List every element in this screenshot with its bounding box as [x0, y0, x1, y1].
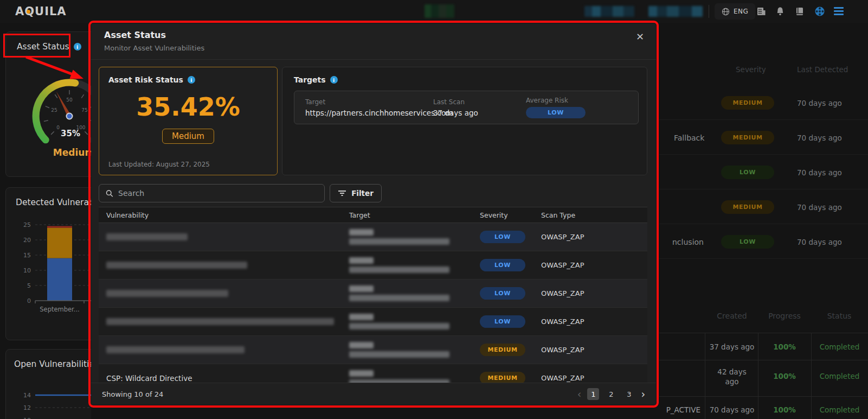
- detected-vulnerabilities-title: Detected Vulnerabilities: [16, 198, 91, 207]
- filter-button[interactable]: Filter: [330, 184, 382, 202]
- bg-scan-progress: 100%: [758, 372, 811, 380]
- scan-type: OWASP_ZAP: [541, 289, 647, 297]
- table-row[interactable]: LOW OWASP_ZAP: [99, 223, 647, 251]
- open-vulnerabilities-card: Open Vulnerabilities 14 12 10: [5, 349, 91, 419]
- asset-status-card: Asset Status i 0 2: [5, 31, 91, 177]
- bg-scan-created: 70 days ago: [706, 405, 757, 414]
- organization-icon[interactable]: [756, 7, 766, 16]
- bg-scan-name-fragment: P_ACTIVE: [659, 405, 700, 414]
- redacted-target: [349, 257, 374, 264]
- bar-ytick: 10: [23, 267, 31, 274]
- bg-severity-badge: MEDIUM: [721, 131, 774, 144]
- bg-last-detected: 70 days ago: [797, 203, 842, 212]
- redacted-nav-text-1: [584, 6, 634, 17]
- redacted-target: [349, 342, 374, 348]
- modal-header-divider: [91, 59, 656, 60]
- vulnerability-name: CSP: Wildcard Directive: [99, 374, 349, 383]
- table-row[interactable]: MEDIUM OWASP_ZAP: [99, 336, 647, 364]
- chevron-left-icon[interactable]: ‹: [577, 389, 582, 399]
- gauge-tick-25: 25: [51, 107, 57, 113]
- severity-badge: MEDIUM: [480, 372, 525, 383]
- app-logo[interactable]: AQUILA: [15, 5, 67, 18]
- menu-hamburger-icon[interactable]: [834, 7, 844, 17]
- bg-col-last-detected: Last Detected: [797, 65, 848, 74]
- support-reel-icon[interactable]: [814, 6, 825, 17]
- risk-last-updated: Last Updated: August 27, 2025: [108, 161, 210, 168]
- col-scan-type: Scan Type: [541, 211, 647, 219]
- search-input[interactable]: [118, 189, 318, 198]
- language-label: ENG: [734, 8, 748, 15]
- info-icon[interactable]: i: [188, 76, 195, 84]
- bg-severity-badge: LOW: [721, 166, 774, 179]
- bar-xlabel-1: September...: [40, 306, 79, 313]
- redacted-target: [349, 285, 374, 292]
- severity-badge: LOW: [480, 231, 525, 243]
- redacted-target: [349, 238, 449, 245]
- page-button-1[interactable]: 1: [587, 388, 599, 400]
- bg-last-detected: 70 days ago: [797, 168, 842, 177]
- redacted-target: [349, 314, 374, 320]
- bg-scan-progress: 100%: [758, 342, 811, 351]
- col-target: Target: [349, 211, 475, 219]
- scan-type: OWASP_ZAP: [541, 318, 647, 326]
- bg-scan-status: Completed: [811, 372, 868, 380]
- chevron-right-icon[interactable]: ›: [641, 389, 645, 399]
- bg-vuln-name-fragment: nclusion: [672, 238, 704, 246]
- severity-badge: LOW: [480, 287, 525, 300]
- bg-severity-badge: LOW: [721, 235, 774, 249]
- bg-col-severity: Severity: [736, 65, 766, 74]
- nav-divider: [709, 5, 709, 18]
- page-button-2[interactable]: 2: [605, 388, 617, 400]
- docs-book-icon[interactable]: [795, 7, 805, 16]
- bar-segment-medium: [47, 228, 72, 258]
- table-row[interactable]: LOW OWASP_ZAP: [99, 308, 647, 336]
- bg-severity-badge: MEDIUM: [721, 96, 774, 110]
- open-vulnerabilities-title: Open Vulnerabilities: [14, 359, 91, 369]
- close-icon[interactable]: ✕: [636, 31, 644, 42]
- risk-percentage: 35.42%: [99, 92, 277, 122]
- redacted-vulnerability: [106, 233, 188, 240]
- navbar: AQUILA ENG: [0, 0, 868, 23]
- page-button-3[interactable]: 3: [623, 388, 635, 400]
- dashboard-left-column: Asset Status i 0 2: [0, 23, 91, 419]
- targets-card-title: Targets i: [294, 75, 338, 84]
- target-url: https://partners.cinchhomeservices.com: [305, 109, 433, 117]
- logo-q-dot: [27, 10, 30, 14]
- table-row[interactable]: LOW OWASP_ZAP: [99, 251, 647, 280]
- table-row-clipped[interactable]: CSP: Wildcard Directive MEDIUM OWASP_ZAP: [99, 364, 647, 383]
- risk-card-title: Asset Risk Status i: [108, 75, 195, 84]
- target-col-label: Target: [305, 98, 433, 106]
- bg-scan-status: Completed: [811, 405, 868, 414]
- redacted-target: [349, 229, 374, 236]
- last-scan-value: 37 days ago: [433, 109, 526, 117]
- bg-scan-progress: 100%: [758, 405, 811, 414]
- filter-label: Filter: [351, 189, 374, 198]
- gauge-value-label: 35%: [61, 129, 80, 138]
- table-footer: Showing 10 of 24 ‹ 1 2 3 ›: [91, 383, 656, 405]
- scan-type: OWASP_ZAP: [541, 261, 647, 269]
- table-row[interactable]: LOW OWASP_ZAP: [99, 280, 647, 308]
- bg-last-detected: 70 days ago: [797, 134, 842, 142]
- info-icon[interactable]: i: [330, 76, 338, 84]
- redacted-vulnerability: [106, 290, 228, 297]
- bar-ytick: 0: [27, 297, 31, 304]
- gauge-tick-50: 50: [66, 97, 73, 103]
- severity-badge: MEDIUM: [480, 344, 525, 356]
- scan-type: OWASP_ZAP: [541, 374, 647, 382]
- bg-last-detected: 70 days ago: [797, 99, 842, 107]
- language-selector[interactable]: ENG: [715, 3, 755, 20]
- bg-col-progress: Progress: [760, 312, 809, 320]
- bar-ytick: 5: [27, 282, 31, 289]
- bar-segment-high: [47, 226, 72, 228]
- globe-icon: [722, 8, 730, 16]
- detected-vulnerabilities-bar-chart: 25 20 15 10 5 0 September... September..…: [11, 215, 91, 323]
- filter-icon: [338, 189, 346, 197]
- gauge-tick-75: 75: [81, 107, 87, 113]
- severity-badge: LOW: [480, 259, 525, 271]
- scan-type: OWASP_ZAP: [541, 233, 647, 241]
- vulnerabilities-table: Vulnerability Target Severity Scan Type …: [99, 207, 647, 383]
- modal-title: Asset Status: [104, 30, 166, 40]
- notifications-bell-icon[interactable]: [775, 7, 785, 16]
- gauge-needle-hub: [67, 113, 73, 119]
- info-icon[interactable]: i: [74, 43, 81, 50]
